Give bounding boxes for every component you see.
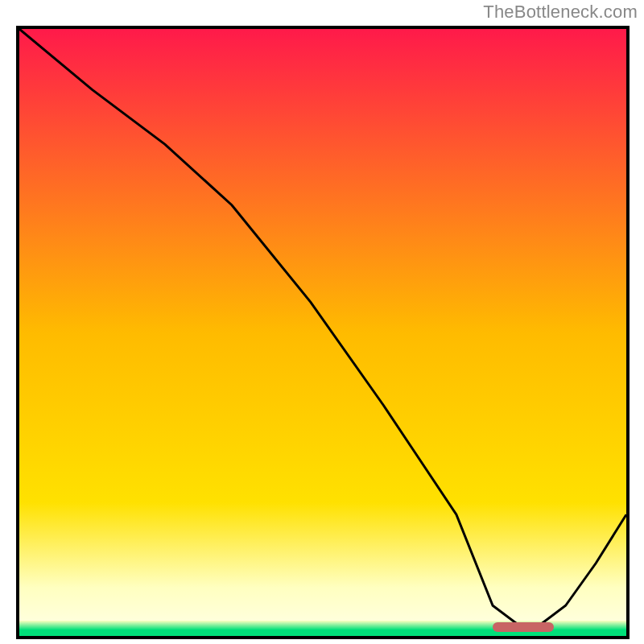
attribution-text: TheBottleneck.com: [483, 2, 638, 23]
optimal-marker: [493, 622, 553, 632]
curve-path: [19, 29, 626, 624]
chart-frame: [16, 26, 630, 639]
chart-container: TheBottleneck.com: [0, 0, 644, 644]
curve-svg: [19, 29, 626, 636]
